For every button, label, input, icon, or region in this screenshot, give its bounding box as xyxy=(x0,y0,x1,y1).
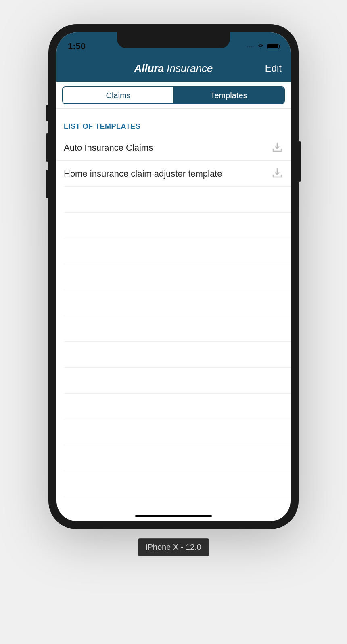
list-item-label: Auto Insurance Claims xyxy=(64,143,153,153)
home-indicator[interactable] xyxy=(135,515,212,517)
cellular-dots-icon: •••• xyxy=(247,44,254,49)
list-item-empty: . xyxy=(64,316,291,342)
segmented-control: Claims Templates xyxy=(56,82,291,109)
brand-sub: Insurance xyxy=(164,62,213,74)
list-item-empty: . xyxy=(64,342,291,368)
phone-frame: 1:50 •••• Allura Insurance Edit Claims xyxy=(48,24,299,529)
download-icon[interactable] xyxy=(271,167,283,181)
list-item-empty: . xyxy=(64,290,291,316)
wifi-icon xyxy=(257,42,265,51)
list-item-empty: . xyxy=(64,394,291,419)
list-item-empty: . xyxy=(64,471,291,497)
list-item-empty: . xyxy=(64,419,291,445)
list-item-empty: . xyxy=(64,187,291,213)
list-item-empty: . xyxy=(64,368,291,394)
tab-claims[interactable]: Claims xyxy=(63,87,174,103)
list-item-label: Home insurance claim adjuster template xyxy=(64,168,222,179)
list-item-empty: . xyxy=(64,213,291,238)
nav-bar: Allura Insurance Edit xyxy=(56,55,291,82)
device-label: iPhone X - 12.0 xyxy=(138,538,209,556)
list-item-empty: . xyxy=(64,238,291,264)
battery-icon xyxy=(267,44,279,49)
list-item[interactable]: Home insurance claim adjuster template xyxy=(64,161,291,187)
notch xyxy=(117,32,230,48)
list-item[interactable]: Auto Insurance Claims xyxy=(56,135,291,161)
status-time: 1:50 xyxy=(68,41,86,52)
tab-templates[interactable]: Templates xyxy=(174,87,284,103)
section-header: LIST OF TEMPLATES xyxy=(56,109,291,135)
brand-name: Allura xyxy=(134,62,164,74)
download-icon[interactable] xyxy=(271,141,283,155)
edit-button[interactable]: Edit xyxy=(265,63,282,74)
list-item-empty: . xyxy=(64,264,291,290)
templates-list: Auto Insurance Claims Home insurance cla… xyxy=(56,135,291,497)
list-item-empty: . xyxy=(64,445,291,471)
side-button xyxy=(299,141,301,182)
page-title: Allura Insurance xyxy=(134,62,213,75)
